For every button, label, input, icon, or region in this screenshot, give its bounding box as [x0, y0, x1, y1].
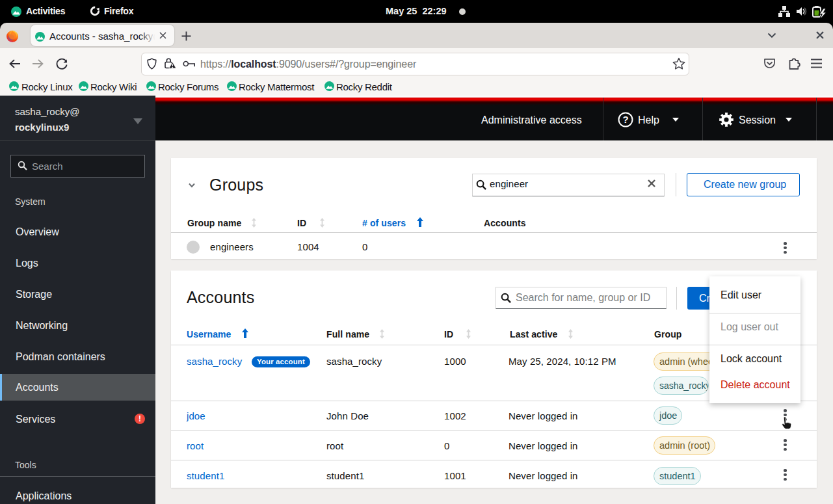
svg-text:?: ? — [622, 114, 628, 125]
